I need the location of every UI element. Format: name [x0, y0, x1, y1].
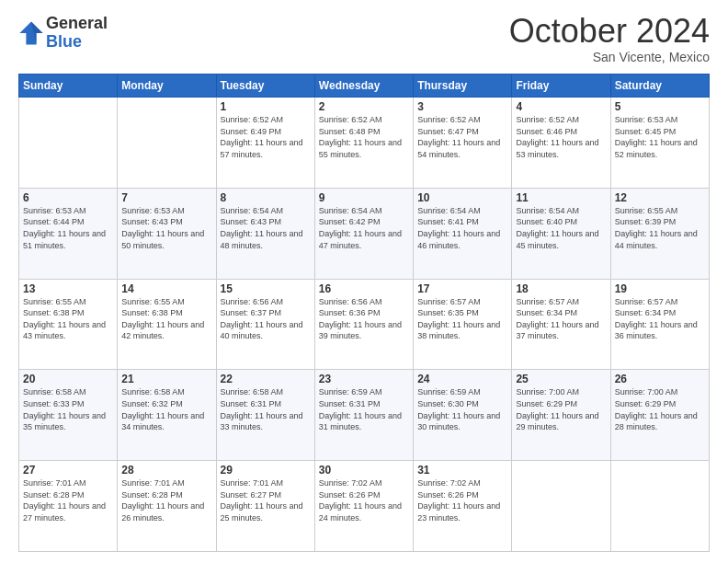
day-info: Sunrise: 7:01 AMSunset: 6:27 PMDaylight:…: [221, 477, 311, 523]
day-number: 6: [23, 191, 113, 204]
calendar-day-header: Sunday: [19, 75, 118, 98]
logo-icon: [18, 20, 44, 46]
logo-blue: Blue: [46, 33, 108, 52]
day-number: 4: [516, 100, 606, 113]
day-info: Sunrise: 6:57 AMSunset: 6:34 PMDaylight:…: [516, 296, 606, 342]
day-info: Sunrise: 6:54 AMSunset: 6:42 PMDaylight:…: [319, 205, 409, 251]
calendar-week-row: 1Sunrise: 6:52 AMSunset: 6:49 PMDaylight…: [19, 98, 710, 189]
calendar-cell: 3Sunrise: 6:52 AMSunset: 6:47 PMDaylight…: [414, 98, 512, 189]
calendar-day-header: Saturday: [610, 75, 709, 98]
calendar-cell: 12Sunrise: 6:55 AMSunset: 6:39 PMDayligh…: [610, 188, 709, 279]
logo-text: General Blue: [46, 15, 108, 52]
day-number: 23: [319, 373, 409, 385]
calendar-week-row: 27Sunrise: 7:01 AMSunset: 6:28 PMDayligh…: [19, 461, 710, 552]
logo: General Blue: [18, 15, 108, 52]
day-number: 10: [417, 191, 507, 204]
day-info: Sunrise: 6:56 AMSunset: 6:36 PMDaylight:…: [319, 296, 409, 342]
header: General Blue October 2024 San Vicente, M…: [18, 15, 710, 64]
calendar-day-header: Wednesday: [314, 75, 413, 98]
calendar-cell: 10Sunrise: 6:54 AMSunset: 6:41 PMDayligh…: [414, 188, 512, 279]
day-info: Sunrise: 6:55 AMSunset: 6:39 PMDaylight:…: [615, 205, 705, 251]
day-number: 29: [221, 464, 311, 477]
day-info: Sunrise: 6:55 AMSunset: 6:38 PMDaylight:…: [121, 296, 211, 342]
calendar-day-header: Monday: [118, 75, 216, 98]
day-number: 7: [121, 191, 211, 204]
day-number: 19: [615, 282, 705, 295]
calendar-cell: 24Sunrise: 6:59 AMSunset: 6:30 PMDayligh…: [414, 370, 512, 461]
calendar-cell: [512, 461, 610, 552]
day-number: 12: [615, 191, 705, 204]
day-info: Sunrise: 6:54 AMSunset: 6:41 PMDaylight:…: [417, 205, 507, 251]
calendar-cell: 21Sunrise: 6:58 AMSunset: 6:32 PMDayligh…: [118, 370, 216, 461]
day-info: Sunrise: 6:58 AMSunset: 6:33 PMDaylight:…: [23, 386, 113, 432]
calendar-week-row: 20Sunrise: 6:58 AMSunset: 6:33 PMDayligh…: [19, 370, 710, 461]
calendar-cell: 26Sunrise: 7:00 AMSunset: 6:29 PMDayligh…: [610, 370, 709, 461]
page: General Blue October 2024 San Vicente, M…: [0, 0, 728, 563]
location-title: San Vicente, Mexico: [509, 50, 710, 64]
day-info: Sunrise: 6:52 AMSunset: 6:48 PMDaylight:…: [319, 114, 409, 160]
calendar-header-row: SundayMondayTuesdayWednesdayThursdayFrid…: [19, 75, 710, 98]
calendar-cell: 20Sunrise: 6:58 AMSunset: 6:33 PMDayligh…: [19, 370, 118, 461]
calendar-day-header: Friday: [512, 75, 610, 98]
day-number: 28: [121, 464, 211, 477]
day-number: 25: [516, 373, 606, 385]
calendar-cell: 1Sunrise: 6:52 AMSunset: 6:49 PMDaylight…: [216, 98, 314, 189]
calendar-cell: 23Sunrise: 6:59 AMSunset: 6:31 PMDayligh…: [314, 370, 413, 461]
day-info: Sunrise: 6:53 AMSunset: 6:43 PMDaylight:…: [121, 205, 211, 251]
calendar-table: SundayMondayTuesdayWednesdayThursdayFrid…: [18, 74, 710, 552]
day-number: 26: [615, 373, 705, 385]
calendar-week-row: 6Sunrise: 6:53 AMSunset: 6:44 PMDaylight…: [19, 188, 710, 279]
calendar-cell: [19, 98, 118, 189]
day-number: 27: [23, 464, 113, 477]
calendar-day-header: Tuesday: [216, 75, 314, 98]
calendar-cell: 30Sunrise: 7:02 AMSunset: 6:26 PMDayligh…: [314, 461, 413, 552]
logo-general: General: [46, 15, 108, 33]
calendar-day-header: Thursday: [414, 75, 512, 98]
day-info: Sunrise: 7:02 AMSunset: 6:26 PMDaylight:…: [417, 477, 507, 523]
day-number: 13: [23, 282, 113, 295]
calendar-cell: 29Sunrise: 7:01 AMSunset: 6:27 PMDayligh…: [216, 461, 314, 552]
day-info: Sunrise: 6:54 AMSunset: 6:43 PMDaylight:…: [221, 205, 311, 251]
day-info: Sunrise: 6:58 AMSunset: 6:32 PMDaylight:…: [121, 386, 211, 432]
day-info: Sunrise: 6:59 AMSunset: 6:31 PMDaylight:…: [319, 386, 409, 432]
calendar-cell: 7Sunrise: 6:53 AMSunset: 6:43 PMDaylight…: [118, 188, 216, 279]
day-info: Sunrise: 6:58 AMSunset: 6:31 PMDaylight:…: [221, 386, 311, 432]
day-number: 11: [516, 191, 606, 204]
calendar-cell: 9Sunrise: 6:54 AMSunset: 6:42 PMDaylight…: [314, 188, 413, 279]
calendar-cell: 5Sunrise: 6:53 AMSunset: 6:45 PMDaylight…: [610, 98, 709, 189]
day-info: Sunrise: 6:52 AMSunset: 6:46 PMDaylight:…: [516, 114, 606, 160]
day-number: 31: [417, 464, 507, 477]
calendar-cell: 11Sunrise: 6:54 AMSunset: 6:40 PMDayligh…: [512, 188, 610, 279]
day-info: Sunrise: 6:57 AMSunset: 6:35 PMDaylight:…: [417, 296, 507, 342]
day-info: Sunrise: 6:55 AMSunset: 6:38 PMDaylight:…: [23, 296, 113, 342]
calendar-cell: 31Sunrise: 7:02 AMSunset: 6:26 PMDayligh…: [414, 461, 512, 552]
day-number: 16: [319, 282, 409, 295]
day-number: 2: [319, 100, 409, 113]
day-info: Sunrise: 7:00 AMSunset: 6:29 PMDaylight:…: [516, 386, 606, 432]
day-info: Sunrise: 7:02 AMSunset: 6:26 PMDaylight:…: [319, 477, 409, 523]
day-info: Sunrise: 6:54 AMSunset: 6:40 PMDaylight:…: [516, 205, 606, 251]
day-number: 22: [221, 373, 311, 385]
calendar-cell: 25Sunrise: 7:00 AMSunset: 6:29 PMDayligh…: [512, 370, 610, 461]
day-info: Sunrise: 6:52 AMSunset: 6:49 PMDaylight:…: [221, 114, 311, 160]
day-info: Sunrise: 6:59 AMSunset: 6:30 PMDaylight:…: [417, 386, 507, 432]
day-number: 1: [221, 100, 311, 113]
day-number: 21: [121, 373, 211, 385]
day-info: Sunrise: 7:00 AMSunset: 6:29 PMDaylight:…: [615, 386, 705, 432]
day-number: 24: [417, 373, 507, 385]
month-title: October 2024: [509, 15, 710, 48]
day-number: 8: [221, 191, 311, 204]
calendar-cell: 18Sunrise: 6:57 AMSunset: 6:34 PMDayligh…: [512, 279, 610, 370]
calendar-cell: 16Sunrise: 6:56 AMSunset: 6:36 PMDayligh…: [314, 279, 413, 370]
calendar-cell: 19Sunrise: 6:57 AMSunset: 6:34 PMDayligh…: [610, 279, 709, 370]
day-info: Sunrise: 6:52 AMSunset: 6:47 PMDaylight:…: [417, 114, 507, 160]
calendar-cell: 17Sunrise: 6:57 AMSunset: 6:35 PMDayligh…: [414, 279, 512, 370]
calendar-cell: 6Sunrise: 6:53 AMSunset: 6:44 PMDaylight…: [19, 188, 118, 279]
calendar-cell: 13Sunrise: 6:55 AMSunset: 6:38 PMDayligh…: [19, 279, 118, 370]
day-info: Sunrise: 7:01 AMSunset: 6:28 PMDaylight:…: [23, 477, 113, 523]
day-number: 20: [23, 373, 113, 385]
calendar-cell: [610, 461, 709, 552]
calendar-cell: [118, 98, 216, 189]
calendar-cell: 15Sunrise: 6:56 AMSunset: 6:37 PMDayligh…: [216, 279, 314, 370]
day-number: 3: [417, 100, 507, 113]
